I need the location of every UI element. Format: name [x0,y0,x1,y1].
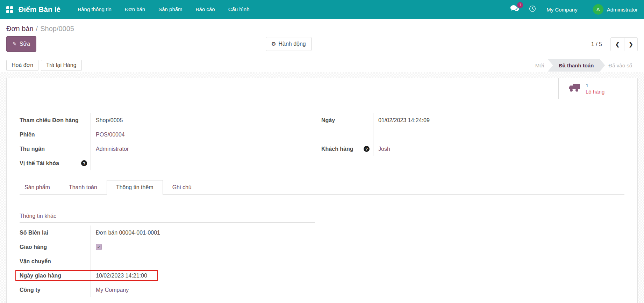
cashier-link[interactable]: Administrator [96,146,129,152]
field-value: POS/00004 [91,127,315,142]
top-navbar: Điểm Bán lẻ Bảng thông tin Đơn bán Sản p… [0,0,644,19]
pencil-icon: ✎ [13,41,17,47]
invoice-button[interactable]: Hoá đơn [6,60,38,71]
field-label: Số Biên lai [20,226,91,240]
nav-item-orders[interactable]: Đơn bán [118,0,152,19]
tab-payments[interactable]: Thanh toán [59,180,107,194]
field-label: Giao hàng [20,240,91,254]
field-value: 01/02/2023 14:24:09 [373,113,624,127]
field-label: Công ty [20,283,91,297]
tab-extra-info[interactable]: Thông tin thêm [107,180,163,195]
field-value: Đơn bán 00004-001-0001 [91,226,315,240]
action-button-label: Hành động [278,41,306,47]
check-icon: ✓ [97,245,100,250]
customer-link[interactable]: Josh [378,146,390,152]
tab-content-extra-info: Thông tin khác Số Biên lai Đơn bán 00004… [20,195,624,297]
notebook-tabs: Sản phẩm Thanh toán Thông tin thêm Ghi c… [20,180,624,195]
fields-column-right: Ngày 01/02/2023 14:24:09 Khách hàng ? Jo… [321,113,624,170]
help-icon: ? [364,146,370,152]
pager-next-button[interactable]: ❯ [624,38,637,51]
field-label: Thu ngân [20,142,91,156]
user-name: Administrator [607,7,638,13]
edit-button[interactable]: ✎ Sửa [6,36,36,52]
stat-button-shipments[interactable]: 1 Lô hàng [558,78,637,99]
field-value [91,254,315,268]
message-count-badge: 1 [517,2,523,8]
field-row-session: Phiên POS/00004 [20,127,315,142]
field-value-text: 01/02/2023 14:24:09 [378,117,430,124]
company-switcher[interactable]: My Company [546,7,577,13]
edit-button-label: Sửa [20,41,30,47]
section-title: Thông tin khác [20,213,315,223]
pager: 1 / 5 ❮ ❯ [591,37,638,51]
user-avatar: A [593,4,603,15]
field-label: Tham chiếu Đơn hàng [20,113,91,127]
apps-square [6,6,9,9]
pager-prev-button[interactable]: ❮ [611,38,624,51]
user-menu[interactable]: A Administrator [593,4,638,15]
help-icon: ? [81,160,87,166]
return-goods-button[interactable]: Trả lại Hàng [41,60,82,71]
company-link[interactable]: My Company [96,287,129,293]
field-value-text: Shop/0005 [96,117,123,124]
status-step-paid[interactable]: Đã thanh toán [548,59,605,72]
pager-count: 1 / 5 [591,41,602,47]
apps-menu-icon[interactable] [6,6,13,13]
form-background: 1 Lô hàng Tham chiếu Đơn hàng Shop/0005 … [0,72,644,303]
messages-button[interactable]: 1 [510,5,519,14]
field-row-spacer [321,127,624,142]
control-panel: Đơn bán/Shop/0005 ✎ Sửa ⚙ Hành động 1 / … [0,19,644,72]
session-link[interactable]: POS/00004 [96,132,125,138]
field-label: Ngày giao hàng [20,268,91,283]
field-row-order-ref: Tham chiếu Đơn hàng Shop/0005 [20,113,315,127]
field-value: Shop/0005 [91,113,315,127]
stat-text: 1 Lô hàng [586,82,604,95]
status-step-posted[interactable]: Đã vào sổ [603,59,638,72]
apps-square [10,6,13,9]
activities-button[interactable] [529,5,536,14]
field-row-carrier: Vận chuyển [20,254,315,268]
form-sheet: 1 Lô hàng Tham chiếu Đơn hàng Shop/0005 … [6,78,638,303]
nav-item-reports[interactable]: Báo cáo [189,0,222,19]
nav-item-products[interactable]: Sản phẩm [152,0,189,19]
shipping-checkbox[interactable]: ✓ [96,244,102,250]
app-title[interactable]: Điểm Bán lẻ [19,5,60,14]
field-label-text: Phiên [20,132,35,138]
sheet-body: Tham chiếu Đơn hàng Shop/0005 Phiên POS/… [7,113,637,297]
field-value-text: Đơn bán 00004-001-0001 [96,230,160,236]
clock-icon [529,5,536,14]
nav-item-config[interactable]: Cấu hình [222,0,256,19]
field-row-company: Công ty My Company [20,283,315,297]
chevron-left-icon: ❮ [615,41,620,47]
other-info-section: Thông tin khác Số Biên lai Đơn bán 00004… [20,213,315,297]
field-label: Phiên [20,127,91,142]
field-label-text: Công ty [20,287,41,293]
field-label [321,127,373,142]
field-row-customer: Khách hàng ? Josh [321,142,624,156]
control-panel-buttons-row: ✎ Sửa ⚙ Hành động 1 / 5 ❮ ❯ [6,36,638,58]
tab-products[interactable]: Sản phẩm [20,180,59,194]
field-label-text: Giao hàng [20,244,47,250]
field-value: ✓ [91,240,315,254]
breadcrumb-current: Shop/0005 [40,25,74,32]
tab-notes[interactable]: Ghi chú [163,180,201,194]
action-menu-button[interactable]: ⚙ Hành động [266,37,312,51]
stat-button-strip: 1 Lô hàng [7,78,637,99]
status-step-new[interactable]: Mới [530,59,550,72]
field-row-shipping: Giao hàng ✓ [20,240,315,254]
statusbar: Mới Đã thanh toán Đã vào sổ [530,59,638,72]
apps-square [10,10,13,13]
fields-column-left: Tham chiếu Đơn hàng Shop/0005 Phiên POS/… [20,113,315,170]
field-label: Ngày [321,113,373,127]
nav-item-dashboard[interactable]: Bảng thông tin [71,0,118,19]
field-label-text: Vận chuyển [20,258,51,265]
breadcrumb-parent-link[interactable]: Đơn bán [6,25,34,32]
apps-square [6,10,9,13]
stat-label: Lô hàng [586,89,604,95]
status-row: Hoá đơn Trả lại Hàng Mới Đã thanh toán Đ… [6,58,638,72]
field-label-text: Khách hàng [321,146,353,152]
field-value: My Company [91,283,315,297]
field-value [91,156,315,170]
field-value: Administrator [91,142,315,156]
chevron-right-icon: ❯ [629,41,633,47]
